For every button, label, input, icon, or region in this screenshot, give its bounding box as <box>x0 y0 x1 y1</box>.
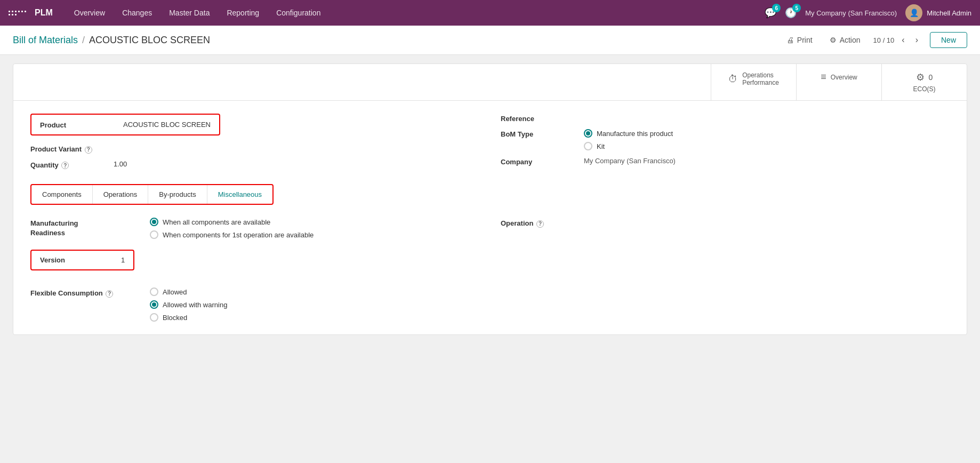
top-navigation: PLM Overview Changes Master Data Reporti… <box>0 0 980 26</box>
company-name: My Company (San Francisco) <box>805 9 897 17</box>
tab-components[interactable]: Components <box>31 185 93 204</box>
breadcrumb-parent[interactable]: Bill of Materials <box>13 35 78 46</box>
company-value: My Company (San Francisco) <box>584 157 676 165</box>
quantity-help-icon[interactable]: ? <box>61 162 69 169</box>
reference-field: Reference <box>501 114 950 123</box>
flexible-consumption-section: Flexible Consumption ? Allowed Allowed w… <box>30 288 950 322</box>
topnav-right-section: 💬 6 🕐 5 My Company (San Francisco) 👤 Mit… <box>765 4 971 21</box>
chat-icon-button[interactable]: 💬 6 <box>765 7 776 19</box>
chat-badge: 6 <box>772 4 781 12</box>
bom-type-manufacture-radio[interactable] <box>584 129 592 138</box>
pagination: 10 / 10 ‹ › <box>873 34 921 46</box>
operation-help-icon[interactable]: ? <box>536 220 544 228</box>
overview-label: Overview <box>831 74 857 81</box>
operation-section: Operation ? <box>501 218 950 239</box>
product-field-box: Product ACOUSTIC BLOC SCREEN <box>30 114 220 135</box>
product-variant-help-icon[interactable]: ? <box>85 146 92 154</box>
readiness-1st-operation[interactable]: When components for 1st operation are av… <box>150 230 314 239</box>
app-brand[interactable]: PLM <box>35 8 53 18</box>
tabs-row: Components Operations By-products Miscel… <box>30 184 274 205</box>
tab-operations[interactable]: Operations <box>93 185 149 204</box>
user-menu[interactable]: 👤 Mitchell Admin <box>905 4 971 21</box>
product-value[interactable]: ACOUSTIC BLOC SCREEN <box>123 121 211 129</box>
bom-type-radio-group: Manufacture this product Kit <box>584 129 673 150</box>
form-right-col: Reference BoM Type Manufacture this prod… <box>501 114 950 175</box>
action-label: Action <box>840 36 861 44</box>
readiness-all-components[interactable]: When all components are available <box>150 218 314 226</box>
operations-performance-label2: Performance <box>742 79 779 86</box>
consumption-allowed-warning-radio[interactable] <box>150 300 158 309</box>
activity-badge: 5 <box>792 4 801 12</box>
settings-icon: ⚙ <box>916 71 925 83</box>
readiness-all-radio[interactable] <box>150 218 158 226</box>
top-menu: Overview Changes Master Data Reporting C… <box>66 0 330 26</box>
consumption-allowed-radio[interactable] <box>150 288 158 296</box>
reference-label: Reference <box>501 114 575 123</box>
company-field: Company My Company (San Francisco) <box>501 157 950 166</box>
menu-item-master-data[interactable]: Master Data <box>160 0 218 26</box>
print-button[interactable]: 🖨 Print <box>782 34 817 46</box>
miscellaneous-tab-content: ManufacturingReadiness When all componen… <box>30 218 950 322</box>
quantity-value[interactable]: 1.00 <box>114 160 127 168</box>
bom-type-kit-label: Kit <box>597 142 605 150</box>
bom-type-kit-radio[interactable] <box>584 142 592 150</box>
consumption-blocked[interactable]: Blocked <box>150 313 227 322</box>
consumption-blocked-radio[interactable] <box>150 313 158 322</box>
bom-type-manufacture-label: Manufacture this product <box>597 130 673 138</box>
consumption-allowed-warning-label: Allowed with warning <box>163 301 227 309</box>
product-variant-label: Product Variant ? <box>30 144 105 154</box>
bom-card: ⏱ Operations Performance ≡ Overview ⚙ 0 <box>13 63 967 335</box>
version-label: Version <box>40 256 104 264</box>
quantity-field: Quantity ? 1.00 <box>30 160 479 170</box>
overview-button[interactable]: ≡ Overview <box>796 64 881 100</box>
form-top-row: Product ACOUSTIC BLOC SCREEN Product Var… <box>30 114 950 175</box>
prev-page-button[interactable]: ‹ <box>898 34 907 46</box>
app-grid-icon[interactable] <box>9 11 26 15</box>
menu-item-configuration[interactable]: Configuration <box>268 0 329 26</box>
eco-button[interactable]: ⚙ 0 ECO(S) <box>881 64 967 100</box>
action-button[interactable]: ⚙ Action <box>825 34 865 46</box>
operations-performance-label: Operations <box>742 71 774 79</box>
bom-type-manufacture[interactable]: Manufacture this product <box>584 129 673 138</box>
consumption-allowed-warning[interactable]: Allowed with warning <box>150 300 227 309</box>
flexible-consumption-label: Flexible Consumption ? <box>30 288 137 298</box>
gear-icon: ⚙ <box>830 36 837 44</box>
list-icon: ≡ <box>821 71 826 83</box>
operations-performance-button[interactable]: ⏱ Operations Performance <box>711 64 796 100</box>
user-avatar: 👤 <box>905 4 922 21</box>
bom-type-kit[interactable]: Kit <box>584 142 673 150</box>
consumption-allowed[interactable]: Allowed <box>150 288 227 296</box>
main-content: ⏱ Operations Performance ≡ Overview ⚙ 0 <box>0 55 980 344</box>
menu-item-reporting[interactable]: Reporting <box>218 0 268 26</box>
breadcrumb: Bill of Materials / ACOUSTIC BLOC SCREEN <box>13 35 210 46</box>
bom-type-label: BoM Type <box>501 129 575 138</box>
activity-icon-button[interactable]: 🕐 5 <box>785 7 797 19</box>
consumption-allowed-label: Allowed <box>163 288 187 296</box>
readiness-all-label: When all components are available <box>163 218 270 226</box>
flexible-consumption-radio-group: Allowed Allowed with warning Blocked <box>150 288 227 322</box>
eco-label: ECO(S) <box>913 85 936 93</box>
tab-miscellaneous[interactable]: Miscellaneous <box>207 185 272 204</box>
next-page-button[interactable]: › <box>912 34 921 46</box>
tab-byproducts[interactable]: By-products <box>148 185 207 204</box>
form-area: Product ACOUSTIC BLOC SCREEN Product Var… <box>13 101 967 334</box>
eco-count: 0 <box>929 73 933 82</box>
company-label: Company <box>501 157 575 166</box>
version-field-box: Version 1 <box>30 250 134 270</box>
manufacturing-readiness-radio-group: When all components are available When c… <box>150 218 314 239</box>
form-left-col: Product ACOUSTIC BLOC SCREEN Product Var… <box>30 114 479 175</box>
printer-icon: 🖨 <box>786 36 794 44</box>
readiness-1st-radio[interactable] <box>150 230 158 239</box>
product-variant-field: Product Variant ? <box>30 144 479 154</box>
menu-item-changes[interactable]: Changes <box>114 0 160 26</box>
bom-type-field: BoM Type Manufacture this product Kit <box>501 129 950 150</box>
breadcrumb-actions: 🖨 Print ⚙ Action 10 / 10 ‹ › New <box>782 32 967 48</box>
new-button[interactable]: New <box>930 32 967 48</box>
flexible-consumption-help-icon[interactable]: ? <box>106 290 113 298</box>
menu-item-overview[interactable]: Overview <box>66 0 114 26</box>
manufacturing-readiness-label: ManufacturingReadiness <box>30 218 137 238</box>
version-value[interactable]: 1 <box>121 256 125 264</box>
readiness-1st-label: When components for 1st operation are av… <box>163 231 314 239</box>
smart-buttons-row: ⏱ Operations Performance ≡ Overview ⚙ 0 <box>13 64 967 101</box>
breadcrumb-bar: Bill of Materials / ACOUSTIC BLOC SCREEN… <box>0 26 980 55</box>
